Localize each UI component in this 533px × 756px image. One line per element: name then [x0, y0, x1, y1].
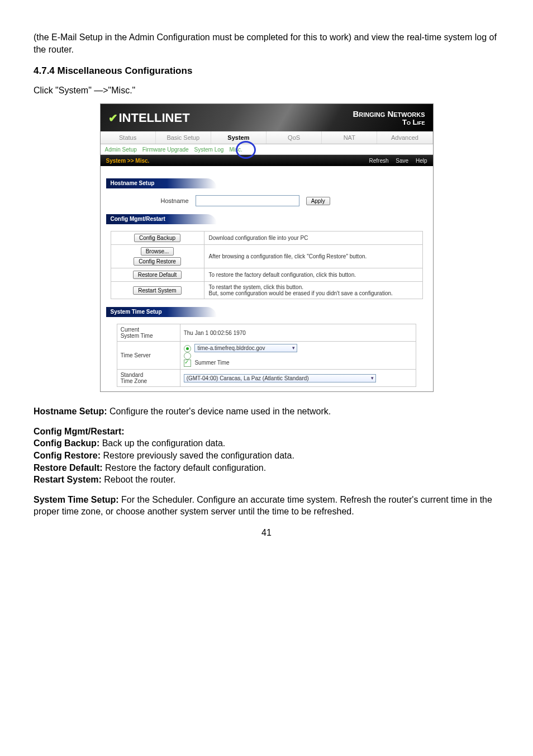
table-row: Restart System To restart the system, cl… [111, 282, 422, 299]
time-server-select[interactable]: time-a.timefreq.bldrdoc.gov [194, 344, 297, 352]
intro-text: (the E-Mail Setup in the Admin Configura… [34, 31, 499, 55]
table-row: Current System Time Thu Jan 1 00:02:56 1… [117, 324, 416, 342]
page-number: 41 [34, 528, 499, 538]
restart-system-button[interactable]: Restart System [133, 286, 181, 295]
radio-preset-server[interactable] [184, 345, 191, 352]
config-desc-block: Config Mgmt/Restart: Config Backup: Back… [34, 426, 499, 486]
summer-time-checkbox[interactable] [184, 360, 191, 367]
table-row: Config Backup Download configuration fil… [111, 231, 422, 245]
timezone-label: Standard Time Zone [117, 370, 180, 387]
restore-default-button[interactable]: Restore Default [133, 271, 182, 279]
time-desc: System Time Setup: For the Scheduler. Co… [34, 494, 499, 518]
subnav-system-log[interactable]: System Log [194, 147, 224, 153]
time-table: Current System Time Thu Jan 1 00:02:56 1… [117, 324, 417, 387]
brand-name: INTELLINET [119, 111, 190, 125]
time-server-label: Time Server [117, 342, 180, 370]
apply-button[interactable]: Apply [306, 197, 330, 205]
hostname-desc: Hostname Setup: Configure the router's d… [34, 405, 499, 418]
tab-status[interactable]: Status [101, 131, 156, 144]
save-link[interactable]: Save [396, 158, 408, 164]
router-admin-ui: ✔ INTELLINET Bringing Networks To Life S… [100, 103, 434, 392]
system-time-header: System Time Setup [106, 307, 217, 317]
tab-nat[interactable]: NAT [322, 131, 377, 144]
time-segment: Current System Time Thu Jan 1 00:02:56 1… [106, 318, 427, 389]
subnav-misc[interactable]: Misc. [229, 147, 242, 153]
config-segment: Config Backup Download configuration fil… [106, 225, 427, 301]
config-mgmt-header: Config Mgmt/Restart [106, 214, 217, 224]
refresh-link[interactable]: Refresh [369, 158, 389, 164]
restart-system-desc: To restart the system, click this button… [204, 282, 422, 299]
subnav-firmware-upgrade[interactable]: Firmware Upgrade [142, 147, 189, 153]
hostname-label: Hostname [161, 197, 189, 204]
config-table: Config Backup Download configuration fil… [111, 231, 423, 299]
toolbar-actions: Refresh Save Help [364, 158, 427, 164]
subnav-admin-setup[interactable]: Admin Setup [105, 147, 137, 153]
hostname-segment: Hostname Apply [106, 190, 427, 209]
tab-basic-setup[interactable]: Basic Setup [156, 131, 211, 144]
current-time-value: Thu Jan 1 00:02:56 1970 [180, 324, 416, 342]
config-restore-desc: After browsing a configuration file, cli… [204, 245, 422, 268]
nav-path: Click "System" —>"Misc." [34, 86, 499, 96]
ui-body: Hostname Setup Hostname Apply Config Mgm… [101, 166, 433, 391]
restore-default-desc: To restore the factory default configura… [204, 268, 422, 282]
timezone-select[interactable]: (GMT-04:00) Caracas, La Paz (Atlantic St… [184, 374, 376, 382]
brand-logo: ✔ INTELLINET [108, 111, 190, 125]
tab-system[interactable]: System [211, 131, 266, 144]
config-backup-desc: Download configuration file into your PC [204, 231, 422, 245]
breadcrumb-bar: System >> Misc. Refresh Save Help [101, 155, 433, 166]
current-time-label: Current System Time [117, 324, 180, 342]
breadcrumb: System >> Misc. [106, 158, 150, 164]
hostname-input[interactable] [196, 195, 299, 206]
table-row: Browse... Config Restore After browsing … [111, 245, 422, 268]
config-restore-button[interactable]: Config Restore [134, 257, 181, 266]
summer-time-label: Summer Time [194, 360, 229, 366]
table-row: Standard Time Zone (GMT-04:00) Caracas, … [117, 370, 416, 387]
tab-advanced[interactable]: Advanced [377, 131, 432, 144]
help-link[interactable]: Help [416, 158, 427, 164]
config-backup-button[interactable]: Config Backup [134, 234, 180, 242]
section-heading: 4.7.4 Miscellaneous Configurations [34, 65, 499, 77]
main-tabbar: Status Basic Setup System QoS NAT Advanc… [101, 131, 433, 144]
sub-nav: Admin Setup Firmware Upgrade System Log … [101, 144, 433, 155]
hostname-setup-header: Hostname Setup [106, 178, 217, 188]
tagline: Bringing Networks To Life [353, 110, 425, 126]
ui-header: ✔ INTELLINET Bringing Networks To Life [101, 104, 433, 131]
check-icon: ✔ [108, 111, 118, 125]
table-row: Time Server time-a.timefreq.bldrdoc.gov … [117, 342, 416, 370]
browse-button[interactable]: Browse... [141, 247, 174, 256]
tab-qos[interactable]: QoS [266, 131, 322, 144]
table-row: Restore Default To restore the factory d… [111, 268, 422, 282]
